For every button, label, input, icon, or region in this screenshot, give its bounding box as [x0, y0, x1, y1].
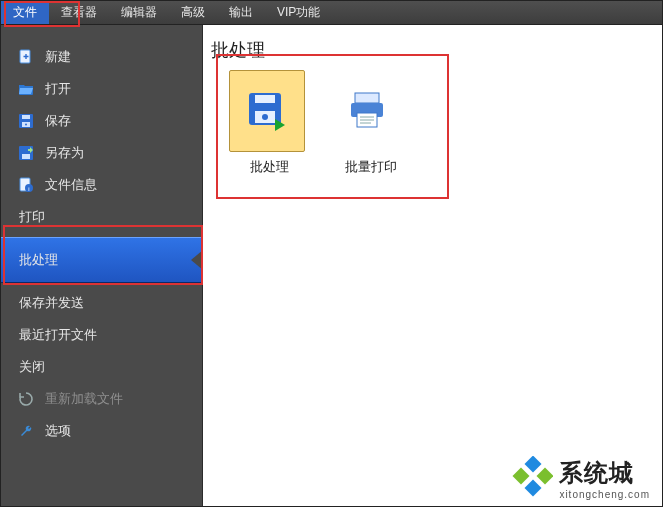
watermark-logo-icon [509, 456, 553, 500]
tile-batchprint[interactable]: 批量打印 [331, 70, 411, 176]
menu-file[interactable]: 文件 [1, 1, 49, 24]
side-batch[interactable]: 批处理 [1, 237, 202, 283]
menu-label: 输出 [229, 4, 253, 21]
side-new[interactable]: 新建 [1, 41, 202, 73]
sidebar-item-label: 新建 [45, 48, 71, 66]
menu-viewer[interactable]: 查看器 [49, 1, 109, 24]
svg-rect-23 [513, 468, 530, 485]
menu-label: 查看器 [61, 4, 97, 21]
side-close[interactable]: 关闭 [1, 351, 202, 383]
sidebar-item-label: 关闭 [19, 358, 45, 376]
page-title: 批处理 [211, 38, 265, 62]
sidebar-item-label: 打印 [19, 208, 45, 226]
sidebar-item-label: 最近打开文件 [19, 326, 97, 344]
side-open[interactable]: 打开 [1, 73, 202, 105]
menu-label: 文件 [13, 4, 37, 21]
sidebar-item-label: 打开 [45, 80, 71, 98]
menu-advanced[interactable]: 高级 [169, 1, 217, 24]
reload-icon [17, 390, 35, 408]
menubar: 文件 查看器 编辑器 高级 输出 VIP功能 [1, 1, 662, 25]
svg-rect-12 [255, 95, 275, 103]
sidebar-item-label: 批处理 [19, 251, 58, 269]
side-savesend[interactable]: 保存并发送 [1, 287, 202, 319]
sidebar-item-label: 保存并发送 [19, 294, 84, 312]
menu-label: 编辑器 [121, 4, 157, 21]
sidebar: 新建 打开 保存 另存为 [1, 25, 203, 506]
svg-point-4 [25, 124, 27, 126]
sidebar-list: 新建 打开 保存 另存为 [1, 25, 202, 447]
watermark-text: 系统城 xitongcheng.com [559, 457, 650, 500]
menu-output[interactable]: 输出 [217, 1, 265, 24]
svg-rect-20 [525, 456, 542, 472]
svg-rect-6 [22, 154, 30, 159]
main-panel: 批处理 批处理 [203, 25, 662, 506]
side-options[interactable]: 选项 [1, 415, 202, 447]
sidebar-item-label: 文件信息 [45, 176, 97, 194]
batch-save-icon [229, 70, 305, 152]
svg-point-13 [262, 114, 268, 120]
saveas-icon [17, 144, 35, 162]
side-saveas[interactable]: 另存为 [1, 137, 202, 169]
svg-text:i: i [28, 186, 29, 192]
info-icon: i [17, 176, 35, 194]
save-icon [17, 112, 35, 130]
sidebar-item-label: 另存为 [45, 144, 84, 162]
wrench-icon [17, 422, 35, 440]
folder-open-icon [17, 80, 35, 98]
tile-group: 批处理 批量打印 [229, 70, 411, 176]
menu-vip[interactable]: VIP功能 [265, 1, 332, 24]
svg-rect-14 [355, 93, 379, 103]
svg-rect-22 [525, 480, 542, 497]
sidebar-item-label: 重新加载文件 [45, 390, 123, 408]
watermark-title: 系统城 [559, 457, 650, 489]
menu-label: 高级 [181, 4, 205, 21]
sidebar-item-label: 保存 [45, 112, 71, 130]
tile-label: 批量打印 [331, 158, 411, 176]
watermark-url: xitongcheng.com [559, 489, 650, 500]
tile-batch[interactable]: 批处理 [229, 70, 309, 176]
svg-rect-21 [537, 468, 553, 485]
side-save[interactable]: 保存 [1, 105, 202, 137]
watermark: 系统城 xitongcheng.com [509, 456, 650, 500]
menu-label: VIP功能 [277, 4, 320, 21]
side-print[interactable]: 打印 [1, 201, 202, 233]
sidebar-item-label: 选项 [45, 422, 71, 440]
menu-editor[interactable]: 编辑器 [109, 1, 169, 24]
app-window: 文件 查看器 编辑器 高级 输出 VIP功能 新建 打开 [0, 0, 663, 507]
side-fileinfo[interactable]: i 文件信息 [1, 169, 202, 201]
tile-label: 批处理 [229, 158, 309, 176]
batch-print-icon [331, 70, 407, 152]
side-reload[interactable]: 重新加载文件 [1, 383, 202, 415]
side-recent[interactable]: 最近打开文件 [1, 319, 202, 351]
file-plus-icon [17, 48, 35, 66]
svg-rect-3 [22, 115, 30, 119]
